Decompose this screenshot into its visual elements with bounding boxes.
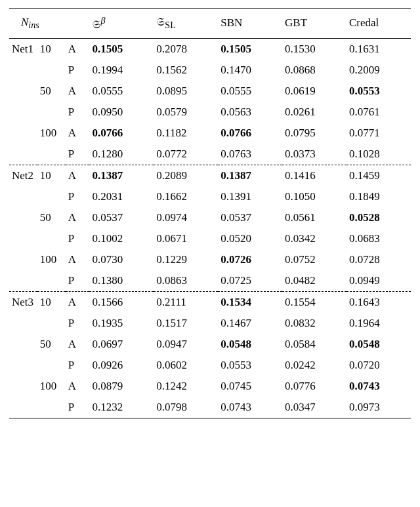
value-cell: 0.0947 [154, 334, 218, 355]
value-cell: 0.1534 [218, 291, 282, 313]
ap-cell: A [66, 123, 90, 144]
net-cell [9, 207, 37, 228]
value-cell: 0.0671 [154, 228, 218, 249]
value-cell: 0.1517 [154, 313, 218, 334]
value-cell: 0.0752 [282, 249, 346, 270]
value-cell: 0.0728 [346, 249, 411, 270]
nins-cell: 50 [37, 334, 66, 355]
table-row: P0.10020.06710.05200.03420.0683 [9, 228, 411, 249]
nins-cell: 50 [37, 207, 66, 228]
value-cell: 0.1470 [218, 60, 282, 81]
ap-cell: P [66, 397, 90, 418]
ap-cell: A [66, 165, 90, 186]
net-cell: Net2 [9, 165, 37, 186]
value-cell: 0.0561 [282, 207, 346, 228]
value-cell: 0.0537 [89, 207, 154, 228]
value-cell: 0.0373 [282, 144, 346, 165]
header-nins: Nins [9, 9, 89, 39]
table-row: P0.20310.16620.13910.10500.1849 [9, 186, 411, 207]
value-cell: 0.0619 [282, 81, 346, 102]
value-cell: 0.1229 [154, 249, 218, 270]
value-cell: 0.0482 [282, 270, 346, 292]
table-row: P0.13800.08630.07250.04820.0949 [9, 270, 411, 292]
value-cell: 0.0949 [346, 270, 411, 292]
ap-cell: P [66, 186, 90, 207]
nins-cell: 10 [37, 165, 66, 186]
value-cell: 0.0553 [346, 81, 411, 102]
table-row: Net210A0.13870.20890.13870.14160.1459 [9, 165, 411, 186]
table-row: 50A0.06970.09470.05480.05840.0548 [9, 334, 411, 355]
nins-cell [37, 60, 66, 81]
header-col-3: GBT [282, 9, 346, 39]
value-cell: 0.0555 [218, 81, 282, 102]
nins-cell: 10 [37, 291, 66, 313]
value-cell: 0.1505 [218, 38, 282, 60]
net-cell [9, 270, 37, 292]
nins-cell: 100 [37, 249, 66, 270]
value-cell: 0.0720 [346, 355, 411, 376]
net-cell: Net1 [9, 38, 37, 60]
value-cell: 0.0974 [154, 207, 218, 228]
ap-cell: P [66, 270, 90, 292]
value-cell: 0.0863 [154, 270, 218, 292]
value-cell: 0.0973 [346, 397, 411, 418]
value-cell: 0.0261 [282, 102, 346, 123]
value-cell: 0.0745 [218, 376, 282, 397]
header-col-4: Credal [346, 9, 411, 39]
nins-cell [37, 397, 66, 418]
header-col-2: SBN [218, 9, 282, 39]
ap-cell: P [66, 313, 90, 334]
value-cell: 0.1849 [346, 186, 411, 207]
net-cell [9, 186, 37, 207]
table-row: 50A0.05550.08950.05550.06190.0553 [9, 81, 411, 102]
ap-cell: A [66, 376, 90, 397]
nins-cell: 100 [37, 376, 66, 397]
value-cell: 0.0584 [282, 334, 346, 355]
nins-cell [37, 102, 66, 123]
value-cell: 0.0579 [154, 102, 218, 123]
value-cell: 0.0832 [282, 313, 346, 334]
value-cell: 0.0895 [154, 81, 218, 102]
nins-cell: 50 [37, 81, 66, 102]
nins-cell [37, 228, 66, 249]
results-table: Nins 𝔖β 𝔖SL SBN GBT Credal Net110A0.1505… [9, 8, 411, 418]
value-cell: 0.0548 [218, 334, 282, 355]
table-row: P0.12320.07980.07430.03470.0973 [9, 397, 411, 418]
value-cell: 0.0771 [346, 123, 411, 144]
value-cell: 0.1242 [154, 376, 218, 397]
value-cell: 0.1280 [89, 144, 154, 165]
nins-cell [37, 313, 66, 334]
net-cell [9, 313, 37, 334]
value-cell: 0.1459 [346, 165, 411, 186]
value-cell: 0.0763 [218, 144, 282, 165]
value-cell: 0.0726 [218, 249, 282, 270]
ap-cell: A [66, 291, 90, 313]
value-cell: 0.2031 [89, 186, 154, 207]
ap-cell: A [66, 334, 90, 355]
value-cell: 0.1467 [218, 313, 282, 334]
table-row: P0.12800.07720.07630.03730.1028 [9, 144, 411, 165]
value-cell: 0.0868 [282, 60, 346, 81]
value-cell: 0.1530 [282, 38, 346, 60]
ap-cell: P [66, 228, 90, 249]
value-cell: 0.1416 [282, 165, 346, 186]
value-cell: 0.1562 [154, 60, 218, 81]
net-cell: Net3 [9, 291, 37, 313]
header-row: Nins 𝔖β 𝔖SL SBN GBT Credal [9, 9, 411, 39]
value-cell: 0.2111 [154, 291, 218, 313]
value-cell: 0.1554 [282, 291, 346, 313]
value-cell: 0.2089 [154, 165, 218, 186]
table-row: P0.09260.06020.05530.02420.0720 [9, 355, 411, 376]
ap-cell: P [66, 102, 90, 123]
value-cell: 0.1050 [282, 186, 346, 207]
net-cell [9, 123, 37, 144]
value-cell: 0.0537 [218, 207, 282, 228]
value-cell: 0.0761 [346, 102, 411, 123]
value-cell: 0.1232 [89, 397, 154, 418]
ap-cell: P [66, 355, 90, 376]
ap-cell: P [66, 144, 90, 165]
net-cell [9, 334, 37, 355]
table-row: 100A0.07660.11820.07660.07950.0771 [9, 123, 411, 144]
net-cell [9, 228, 37, 249]
ap-cell: A [66, 81, 90, 102]
